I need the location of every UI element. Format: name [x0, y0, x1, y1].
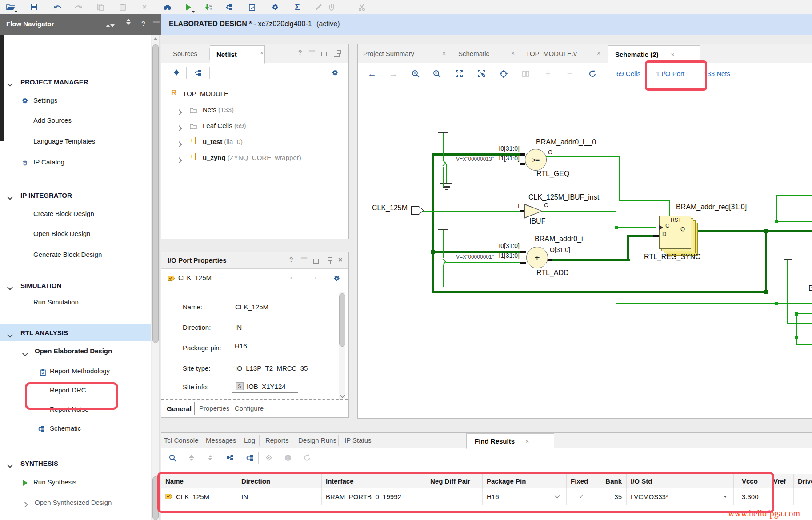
column-header-direction[interactable]: Direction: [237, 474, 322, 488]
tab-log[interactable]: Log: [244, 436, 255, 444]
tab-schematic-1[interactable]: Schematic: [458, 50, 489, 57]
minimize-icon[interactable]: —: [309, 47, 315, 54]
close-icon[interactable]: ×: [338, 256, 342, 264]
autofit-selection-icon[interactable]: [498, 68, 509, 79]
tab-reports[interactable]: Reports: [265, 436, 289, 444]
step-icon[interactable]: 0110: [202, 1, 215, 13]
dropdown-chevron-icon[interactable]: [554, 493, 560, 499]
float-icon[interactable]: [334, 51, 340, 59]
input-port-symbol[interactable]: [411, 206, 424, 215]
rtl-reg-cell[interactable]: RST C D Q: [659, 216, 699, 256]
back-arrow-icon[interactable]: ←: [288, 272, 297, 282]
sidebar-section-ip-integrator[interactable]: IP INTEGRATOR: [20, 192, 72, 199]
tab-schematic-2[interactable]: Schematic (2) ×: [608, 45, 700, 64]
cell-bank[interactable]: 35: [596, 488, 627, 505]
column-header-vref[interactable]: Vref: [769, 474, 794, 488]
cell-vref[interactable]: [769, 488, 794, 505]
column-header-fixed[interactable]: Fixed: [567, 474, 596, 488]
column-header-name[interactable]: Name: [161, 474, 237, 488]
cells-link[interactable]: 69 Cells: [616, 70, 640, 77]
column-header-bank[interactable]: Bank: [596, 474, 627, 488]
sum-icon[interactable]: Σ: [291, 1, 304, 13]
io-tab-properties[interactable]: Properties: [199, 404, 229, 412]
sidebar-item-run-simulation[interactable]: Run Simulation: [33, 298, 79, 306]
tree-item-nets[interactable]: Nets (133): [203, 106, 234, 113]
sidebar-section-simulation[interactable]: SIMULATION: [20, 282, 61, 289]
tab-tcl-console[interactable]: Tcl Console: [164, 436, 199, 444]
cell-interface[interactable]: BRAM_PORTB_0_19992: [322, 488, 426, 505]
column-header-vcco[interactable]: Vcco: [734, 474, 769, 488]
schematic-icon[interactable]: [223, 1, 235, 13]
minimize-icon[interactable]: —: [301, 254, 307, 261]
help-icon[interactable]: ?: [289, 256, 293, 263]
hierarchy-icon[interactable]: [225, 452, 236, 463]
tab-messages[interactable]: Messages: [206, 436, 236, 444]
help-icon[interactable]: ?: [298, 49, 302, 56]
refresh-icon[interactable]: [587, 68, 598, 79]
zoom-out-icon[interactable]: [432, 68, 442, 79]
cell-drive[interactable]: [794, 488, 812, 505]
zoom-fit-icon[interactable]: [454, 68, 464, 79]
sidebar-item-add-sources[interactable]: Add Sources: [33, 116, 72, 124]
column-header-interface[interactable]: Interface: [322, 474, 426, 488]
nets-link[interactable]: 133 Nets: [704, 70, 730, 77]
maximize-icon[interactable]: [313, 257, 319, 265]
package-pin-input[interactable]: [232, 340, 275, 352]
sidebar-section-synthesis[interactable]: SYNTHESIS: [20, 460, 58, 467]
tab-find-results[interactable]: Find Results ×: [466, 433, 554, 449]
column-header-drive[interactable]: Drive: [794, 474, 812, 488]
tab-close-icon[interactable]: ×: [260, 49, 264, 56]
back-icon[interactable]: ←: [367, 68, 377, 79]
schematic-canvas[interactable]: >= BRAM_addr0_i__0 RTL_GEQ I0[31:0] I1[3…: [358, 86, 812, 417]
tab-ip-status[interactable]: IP Status: [344, 436, 372, 444]
tab-close-icon[interactable]: ×: [511, 50, 515, 57]
io-panel-scrollbar[interactable]: [339, 292, 345, 399]
zoom-in-icon[interactable]: [410, 68, 421, 79]
schematic-icon[interactable]: [244, 452, 255, 463]
rtl-add-cell[interactable]: +: [526, 247, 548, 268]
search-icon[interactable]: [167, 452, 178, 463]
collapse-all-icon[interactable]: [110, 21, 115, 29]
cell-name[interactable]: CLK_125M: [161, 488, 237, 505]
expand-all-icon[interactable]: [126, 19, 131, 25]
cell-package-pin[interactable]: H16: [483, 488, 567, 505]
sidebar-item-schematic[interactable]: Schematic: [50, 424, 81, 432]
sidebar-item-open-elaborated-design[interactable]: Open Elaborated Design: [35, 347, 112, 355]
column-header-io-std[interactable]: I/O Std: [627, 474, 734, 488]
sidebar-section-project-manager[interactable]: PROJECT MANAGER: [20, 78, 88, 86]
tree-root-top-module[interactable]: TOP_MODULE: [183, 90, 228, 97]
tab-close-icon[interactable]: ×: [442, 50, 446, 57]
sidebar-item-ip-catalog[interactable]: IP Catalog: [33, 158, 64, 166]
netlist-settings-gear-icon[interactable]: [329, 67, 340, 78]
scrollbar-thumb[interactable]: [152, 44, 159, 343]
scrollbar-thumb-bottom[interactable]: [152, 476, 159, 520]
save-icon[interactable]: [28, 1, 40, 13]
settings-gear-icon[interactable]: [269, 1, 281, 13]
undo-icon[interactable]: [51, 1, 64, 13]
open-project-icon[interactable]: [4, 1, 17, 13]
tree-item-u-test[interactable]: u_test (ila_0): [203, 138, 243, 145]
sidebar-item-report-noise[interactable]: Report Noise: [50, 405, 89, 413]
sidebar-item-settings[interactable]: Settings: [33, 96, 57, 104]
tab-top-module-v[interactable]: TOP_MODULE.v: [526, 50, 577, 57]
io-tab-configure[interactable]: Configure: [235, 404, 264, 412]
maximize-icon[interactable]: [321, 50, 327, 58]
sidebar-item-report-drc[interactable]: Report DRC: [50, 386, 86, 394]
cell-io-std[interactable]: LVCMOS33*: [627, 488, 734, 505]
column-header-package-pin[interactable]: Package Pin: [483, 474, 567, 488]
scroll-up-arrow[interactable]: [153, 37, 158, 40]
io-settings-gear-icon[interactable]: [331, 273, 342, 284]
tab-sources[interactable]: Sources: [173, 50, 197, 57]
io-tab-general[interactable]: General: [164, 402, 195, 415]
cell-neg-diff-pair[interactable]: [426, 488, 483, 505]
tab-close-icon[interactable]: ×: [525, 438, 529, 445]
cell-vcco[interactable]: 3.300: [734, 488, 769, 505]
sidebar-item-language-templates[interactable]: Language Templates: [33, 137, 95, 145]
collapse-tree-icon[interactable]: [171, 67, 182, 78]
ibuf-cell[interactable]: [524, 204, 543, 219]
tab-close-icon[interactable]: ×: [671, 51, 675, 58]
cell-direction[interactable]: IN: [237, 488, 322, 505]
minimize-icon[interactable]: —: [153, 18, 160, 25]
sidebar-section-rtl-analysis[interactable]: RTL ANALYSIS: [20, 329, 68, 336]
sidebar-scrollbar[interactable]: [152, 35, 160, 520]
